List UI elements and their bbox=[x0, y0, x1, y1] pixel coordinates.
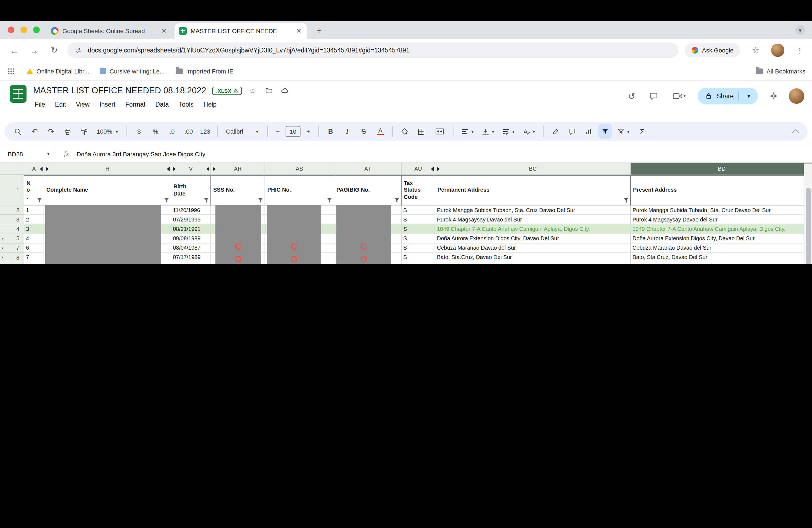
cell-BD5[interactable]: Doña Aurora Extension Digos City, Davao … bbox=[631, 234, 812, 243]
unhide-columns-right-icon[interactable] bbox=[437, 167, 440, 171]
menu-format[interactable]: Format bbox=[120, 99, 150, 109]
redo-icon[interactable]: ↷ bbox=[44, 124, 58, 138]
cell-AU8[interactable]: S bbox=[402, 253, 435, 262]
select-all-corner[interactable] bbox=[0, 163, 24, 175]
cell-BD7[interactable]: Cebuza Maranao Davao del Sur bbox=[631, 244, 812, 253]
header-cell-sss[interactable]: SSS No. bbox=[211, 175, 265, 205]
filter-funnel-icon[interactable] bbox=[394, 198, 400, 203]
column-header-BC[interactable]: BC bbox=[435, 163, 631, 175]
increase-font-size-button[interactable]: + bbox=[303, 124, 313, 138]
share-dropdown-icon[interactable]: ▼ bbox=[743, 93, 755, 99]
vertical-scrollbar-thumb[interactable] bbox=[806, 188, 811, 264]
cell-AU7[interactable]: S bbox=[402, 244, 435, 253]
cell-V7[interactable]: 08/04/1987 bbox=[171, 244, 211, 253]
new-tab-button[interactable]: ＋ bbox=[315, 25, 323, 36]
header-cell-name[interactable]: Complete Name bbox=[44, 175, 171, 205]
cell-V10[interactable]: 05/29/1996 bbox=[171, 262, 211, 264]
menu-view[interactable]: View bbox=[71, 99, 95, 109]
unhide-columns-left-icon[interactable] bbox=[431, 167, 434, 171]
filter-icon-active[interactable] bbox=[598, 124, 612, 138]
filter-views-icon[interactable]: ▼ bbox=[615, 124, 633, 138]
cell-BD3[interactable]: Purok 4 Magsaysay Davao del Sur bbox=[631, 215, 812, 224]
document-title[interactable]: MASTER LIST OFFICE NEEDED 08.18.2022 bbox=[33, 86, 206, 96]
cell-A4[interactable]: 3 bbox=[24, 224, 44, 234]
increase-decimals-button[interactable]: .00 bbox=[182, 124, 195, 138]
column-header-AR[interactable]: AR bbox=[211, 163, 265, 175]
decrease-font-size-button[interactable]: − bbox=[273, 124, 283, 138]
cell-A7[interactable]: 6 bbox=[24, 244, 44, 253]
cell-V2[interactable]: 11/20/1996 bbox=[171, 205, 211, 215]
format-currency-button[interactable]: $ bbox=[132, 124, 146, 138]
cell-A10[interactable]: 9 bbox=[24, 262, 44, 264]
text-wrap-icon[interactable]: ▼ bbox=[500, 124, 518, 138]
cell-AU2[interactable]: S bbox=[402, 205, 435, 215]
cell-BD10[interactable]: Tanwalang Sulop, Davao Del Sur bbox=[631, 262, 812, 264]
strikethrough-button[interactable]: S bbox=[357, 124, 371, 138]
cell-V4[interactable]: 08/21/1991 bbox=[171, 224, 211, 234]
font-size-box[interactable]: 10 bbox=[286, 124, 301, 138]
cell-BD8[interactable]: Bato, Sta.Cruz, Davao Del Sur bbox=[631, 253, 812, 262]
menu-file[interactable]: File bbox=[30, 99, 50, 109]
borders-icon[interactable] bbox=[414, 124, 428, 138]
version-history-icon[interactable]: ↺ bbox=[625, 89, 638, 103]
cell-V8[interactable]: 07/17/1989 bbox=[171, 253, 211, 262]
cell-BC10[interactable]: Acacia Street Jacinto Extension, Davao C… bbox=[435, 262, 631, 264]
cell-BC7[interactable]: Cebuza Maranao Davao del Sur bbox=[435, 244, 631, 253]
column-header-AU[interactable]: AU bbox=[402, 163, 435, 175]
name-box[interactable]: BD28 ▼ bbox=[0, 145, 55, 162]
row-header-8[interactable]: ▾8 bbox=[0, 253, 24, 262]
row-header-1[interactable]: 1 bbox=[0, 175, 24, 205]
back-icon[interactable]: ← bbox=[8, 44, 21, 57]
traffic-light-zoom[interactable] bbox=[33, 27, 40, 33]
tab-close-icon[interactable]: ✕ bbox=[295, 27, 303, 35]
cell-AU10[interactable]: S bbox=[402, 262, 435, 264]
bookmark-star-icon[interactable]: ☆ bbox=[749, 44, 762, 57]
menu-insert[interactable]: Insert bbox=[95, 99, 120, 109]
account-avatar[interactable] bbox=[789, 88, 804, 104]
traffic-light-minimize[interactable] bbox=[20, 27, 27, 33]
filter-funnel-icon[interactable] bbox=[37, 198, 42, 203]
row-header-10[interactable]: ▴10 bbox=[0, 262, 24, 264]
tab-search-icon[interactable]: ▾ bbox=[795, 25, 805, 35]
meet-camera-icon[interactable]: ▾ bbox=[669, 89, 689, 103]
cloud-status-icon[interactable] bbox=[280, 86, 290, 96]
column-header-AS[interactable]: AS bbox=[265, 163, 334, 175]
browser-menu-kebab-icon[interactable]: ⋮ bbox=[793, 44, 807, 57]
unhide-columns-right-icon[interactable] bbox=[213, 167, 215, 171]
bookmark-imported-from-ie[interactable]: Imported From IE bbox=[176, 68, 233, 74]
comments-icon[interactable] bbox=[647, 89, 661, 103]
unhide-columns-left-icon[interactable] bbox=[207, 167, 209, 171]
gemini-sparkle-icon[interactable] bbox=[767, 89, 780, 103]
cell-BC3[interactable]: Purok 4 Magsaysay Davao del Sur bbox=[435, 215, 631, 224]
undo-icon[interactable]: ↶ bbox=[28, 124, 41, 138]
unhide-columns-left-icon[interactable] bbox=[167, 167, 170, 171]
header-cell-no[interactable]: N o . bbox=[24, 175, 44, 205]
forward-icon[interactable]: → bbox=[28, 44, 41, 57]
cell-BC5[interactable]: Doña Aurora Extension Digos City, Davao … bbox=[435, 234, 631, 243]
all-bookmarks-button[interactable]: All Bookmarks bbox=[755, 68, 806, 74]
cell-A3[interactable]: 2 bbox=[24, 215, 44, 224]
column-header-V[interactable]: V bbox=[171, 163, 211, 175]
header-cell-phic[interactable]: PHIC No. bbox=[265, 175, 334, 205]
row-header-5[interactable]: ▾5 bbox=[0, 234, 24, 243]
font-select[interactable]: Calibri▼ bbox=[222, 124, 262, 138]
merge-cells-icon[interactable] bbox=[431, 124, 449, 138]
browser-tab-2-active[interactable]: MASTER LIST OFFICE NEEDE ✕ bbox=[175, 23, 307, 39]
filter-funnel-icon[interactable] bbox=[624, 198, 628, 203]
filter-funnel-icon[interactable] bbox=[258, 198, 263, 203]
ask-google-button[interactable]: Ask Google bbox=[685, 43, 740, 57]
hidden-row-marker-icon[interactable]: ▾ bbox=[2, 255, 4, 260]
cell-A2[interactable]: 1 bbox=[24, 205, 44, 215]
header-cell-pagibig[interactable]: PAGIBIG No. bbox=[334, 175, 402, 205]
header-cell-pres[interactable]: Present Address bbox=[631, 175, 812, 205]
bookmark-cursive-writing[interactable]: Cursive writing: Le... bbox=[100, 68, 164, 74]
xlsx-badge[interactable]: .XLSX ⚠ bbox=[213, 86, 242, 95]
more-formats-button[interactable]: 123 bbox=[198, 124, 212, 138]
apps-grid-icon[interactable] bbox=[6, 64, 15, 78]
site-settings-icon[interactable] bbox=[74, 46, 83, 55]
sheets-logo-icon[interactable] bbox=[10, 85, 27, 103]
confidentiality-overlay-name[interactable] bbox=[45, 205, 161, 264]
insert-link-icon[interactable] bbox=[549, 124, 562, 138]
insert-chart-icon[interactable] bbox=[582, 124, 595, 138]
vertical-align-icon[interactable]: ▼ bbox=[479, 124, 497, 138]
